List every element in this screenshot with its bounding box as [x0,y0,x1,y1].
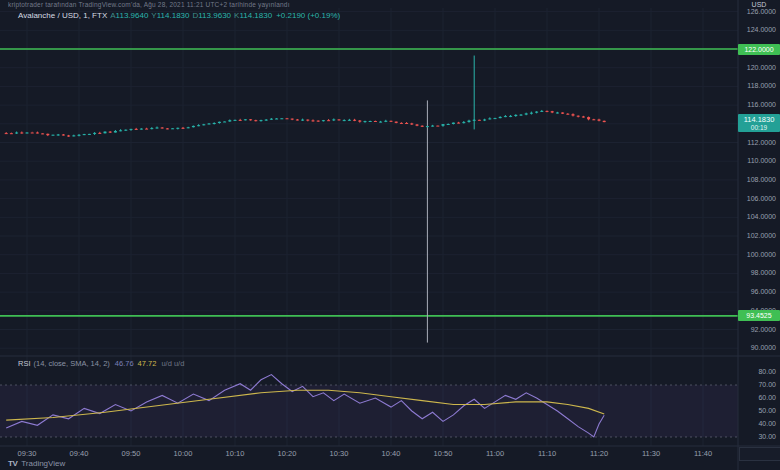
time-tick-label: 11:20 [584,449,614,458]
ohlc-value: 113.9630 [198,11,231,20]
time-tick-label: 10:40 [376,449,406,458]
price-tick-label: 124.0000 [740,26,776,33]
time-tick-label: 10:00 [168,449,198,458]
price-tick-label: 118.0000 [740,82,776,89]
ohlc-value: 114.1830 [239,11,272,20]
ohlc-values: A113.9640Y114.1830D113.9630K114.1830 [107,11,272,20]
time-tick-label: 10:20 [272,449,302,458]
symbol-legend[interactable]: Avalanche / USD, 1, FTXA113.9640Y114.183… [18,11,340,20]
price-tick-label: 108.0000 [740,176,776,183]
price-tick-label: 106.0000 [740,195,776,202]
rsi-title[interactable]: RSI [18,359,31,368]
rsi-legend[interactable]: RSI(14, close, SMA, 14, 2)46.7647.72u/d … [18,359,184,368]
rsi-tick-label: 70.00 [740,381,776,388]
price-tick-label: 112.0000 [740,139,776,146]
price-tick-label: 110.0000 [740,157,776,164]
price-axis-unit[interactable]: USD [742,1,776,8]
rsi-ma-value: 47.72 [138,359,157,368]
price-tick-label: 96.0000 [740,288,776,295]
rsi-tick-label: 60.00 [740,394,776,401]
rsi-band [0,385,738,437]
time-tick-label: 11:40 [688,449,718,458]
time-tick-label: 09:40 [64,449,94,458]
price-tick-label: 120.0000 [740,64,776,71]
tradingview-logo-text: TradingView [21,459,65,468]
rsi-tick-label: 80.00 [740,368,776,375]
alert-level-tag: 122.0000 [738,44,780,55]
axis-settings-box[interactable] [739,447,780,461]
rsi-value: 46.76 [115,359,134,368]
rsi-tick-label: 40.00 [740,420,776,427]
time-tick-label: 10:30 [324,449,354,458]
last-price-value: 114.1830 [738,114,780,124]
price-tick-label: 102.0000 [740,232,776,239]
time-tick-label: 10:50 [428,449,458,458]
tradingview-logo[interactable]: TVTradingView [8,459,65,468]
price-tick-label: 116.0000 [740,101,776,108]
bar-countdown: 00:19 [738,124,780,132]
last-price-tag: 114.1830 00:19 [738,114,780,132]
ohlc-value: 114.1830 [157,11,190,20]
alert-level-tag: 93.4525 [738,310,780,321]
time-tick-label: 09:50 [116,449,146,458]
tradingview-chart-window: kriptotrader tarafından TradingView.com'… [0,0,780,470]
rsi-band-values: u/d u/d [161,359,184,368]
publish-watermark: kriptotrader tarafından TradingView.com'… [8,1,290,8]
price-tick-label: 126.0000 [740,8,776,15]
price-tick-label: 92.0000 [740,326,776,333]
time-tick-label: 11:30 [636,449,666,458]
time-tick-label: 11:10 [532,449,562,458]
price-tick-label: 100.0000 [740,251,776,258]
price-tick-label: 104.0000 [740,213,776,220]
change-value: +0.2190 (+0.19%) [276,11,340,20]
ohlc-value: 113.9640 [116,11,149,20]
symbol-title[interactable]: Avalanche / USD, 1, FTX [18,11,107,20]
rsi-tick-label: 50.00 [740,407,776,414]
price-tick-label: 98.0000 [740,269,776,276]
time-tick-label: 09:30 [12,449,42,458]
rsi-params: (14, close, SMA, 14, 2) [34,359,110,368]
price-tick-label: 90.0000 [740,344,776,351]
rsi-tick-label: 30.00 [740,433,776,440]
time-tick-label: 11:00 [480,449,510,458]
price-chart-canvas[interactable] [0,0,780,470]
time-tick-label: 10:10 [220,449,250,458]
tradingview-logo-icon: TV [8,459,17,468]
